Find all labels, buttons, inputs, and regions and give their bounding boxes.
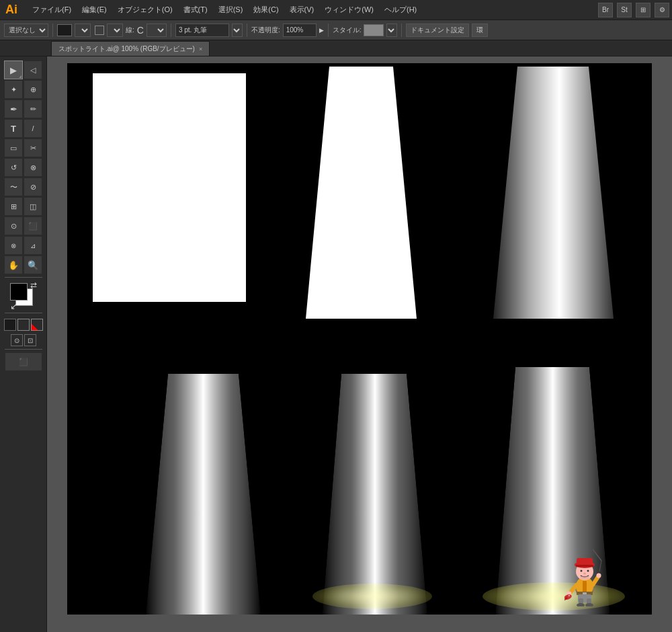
opacity-input[interactable] bbox=[283, 24, 317, 37]
stock-icon[interactable]: St bbox=[617, 3, 632, 17]
tab-close-button[interactable]: × bbox=[199, 46, 202, 52]
tool-row-2: ✦ ⊕ bbox=[4, 80, 42, 99]
canvas-area[interactable] bbox=[47, 56, 672, 632]
color-area: ↙ ⇄ bbox=[5, 283, 42, 310]
shape-builder[interactable]: ⊞ bbox=[4, 197, 23, 216]
tool-row-artboard: ⬛ bbox=[5, 352, 42, 371]
lasso-tool[interactable]: ⊕ bbox=[24, 80, 42, 99]
fill-color-swatch[interactable] bbox=[57, 24, 72, 36]
search-icon[interactable]: ⚙ bbox=[655, 3, 669, 17]
color-mode-row bbox=[4, 319, 43, 331]
svg-rect-12 bbox=[583, 581, 587, 593]
menu-file[interactable]: ファイル(F) bbox=[27, 2, 77, 17]
width-tool[interactable]: ⊘ bbox=[24, 177, 42, 196]
warp-tool[interactable]: 〜 bbox=[4, 177, 23, 196]
svg-point-25 bbox=[587, 570, 589, 572]
zoom-tool[interactable]: 🔍 bbox=[24, 255, 42, 274]
selection-dropdown[interactable]: 選択なし bbox=[4, 24, 48, 37]
menu-edit[interactable]: 編集(E) bbox=[77, 2, 112, 17]
bridge-icon[interactable]: Br bbox=[598, 3, 613, 17]
toolbar-divider-2 bbox=[171, 24, 171, 37]
svg-line-34 bbox=[593, 577, 598, 585]
scale-tool[interactable]: ⊗ bbox=[24, 158, 42, 177]
stroke-type-select[interactable] bbox=[146, 24, 167, 37]
pen-add-tool[interactable]: ✏ bbox=[24, 100, 42, 118]
tool-divider-2 bbox=[5, 313, 42, 313]
rotate-tool[interactable]: ↺ bbox=[4, 158, 23, 177]
magic-wand-tool[interactable]: ✦ bbox=[4, 80, 23, 99]
svg-point-24 bbox=[581, 570, 583, 572]
tool-divider-1 bbox=[5, 277, 42, 278]
direct-select-tool[interactable]: ◁ bbox=[24, 61, 42, 79]
style-swatch[interactable] bbox=[364, 24, 384, 36]
color-mode-swatch-3[interactable] bbox=[31, 319, 43, 331]
tool-row-4: T / bbox=[4, 119, 42, 138]
pen-tool[interactable]: ✒ bbox=[4, 100, 23, 118]
document-tab[interactable]: スポットライト.ai@ 100% (RGB/プレビュー) × bbox=[51, 41, 210, 56]
stroke-dropdown[interactable] bbox=[107, 24, 123, 37]
stroke-label: 線: bbox=[126, 26, 134, 35]
svg-point-33 bbox=[569, 596, 570, 596]
menu-select[interactable]: 選択(S) bbox=[213, 2, 249, 17]
foreground-color-swatch[interactable] bbox=[10, 283, 28, 301]
tool-row-1: ▶ ◁ bbox=[4, 61, 42, 79]
fisherman-svg bbox=[564, 546, 608, 606]
line-tool[interactable]: / bbox=[24, 119, 42, 138]
main-area: ▶ ◁ ✦ ⊕ ✒ ✏ T / ▭ ✂ ↺ ⊗ 〜 ⊘ ⊞ ◫ bbox=[0, 56, 672, 632]
spotlight-4-beam bbox=[128, 374, 279, 615]
svg-marker-3 bbox=[144, 374, 262, 615]
tool-row-5: ▭ ✂ bbox=[4, 139, 42, 157]
left-toolbar: ▶ ◁ ✦ ⊕ ✒ ✏ T / ▭ ✂ ↺ ⊗ 〜 ⊘ ⊞ ◫ bbox=[0, 56, 47, 632]
swap-colors-icon[interactable]: ⇄ bbox=[30, 280, 37, 290]
menu-effect[interactable]: 効果(C) bbox=[248, 2, 284, 17]
menu-type[interactable]: 書式(T) bbox=[178, 2, 213, 17]
artboard-tool[interactable]: ⬛ bbox=[5, 352, 42, 371]
menu-window[interactable]: ウィンドウ(W) bbox=[319, 2, 379, 17]
tool-row-8: ⊞ ◫ bbox=[4, 197, 42, 216]
reset-colors-icon[interactable]: ↙ bbox=[10, 301, 37, 311]
tab-title: スポットライト.ai@ 100% (RGB/プレビュー) bbox=[58, 44, 195, 54]
style-label: スタイル: bbox=[333, 26, 362, 35]
hand-tool[interactable]: ✋ bbox=[4, 255, 23, 274]
opacity-arrow[interactable]: ▶ bbox=[319, 27, 324, 34]
stroke-width-select[interactable] bbox=[232, 24, 243, 37]
svg-point-26 bbox=[583, 573, 586, 575]
stroke-width-input[interactable] bbox=[175, 24, 229, 37]
menu-help[interactable]: ヘルプ(H) bbox=[379, 2, 422, 17]
svg-marker-1 bbox=[493, 67, 614, 319]
fill-dropdown[interactable] bbox=[75, 24, 91, 37]
chart-tool[interactable]: ⊿ bbox=[24, 236, 42, 255]
grid-icon[interactable]: ⊞ bbox=[636, 3, 650, 17]
gradient-tool[interactable]: ⬛ bbox=[24, 216, 42, 235]
color-mode-swatch-2[interactable] bbox=[17, 319, 30, 331]
svg-line-9 bbox=[599, 561, 601, 571]
blend-tool[interactable]: ⊗ bbox=[4, 236, 23, 255]
svg-point-27 bbox=[580, 576, 589, 580]
view-mode-row: ⊙ ⊡ bbox=[11, 334, 36, 346]
select-tool[interactable]: ▶ bbox=[4, 61, 23, 79]
tool-divider-3 bbox=[5, 349, 42, 350]
menu-bar: Ai ファイル(F) 編集(E) オブジェクト(O) 書式(T) 選択(S) 効… bbox=[0, 0, 672, 20]
toolbar-divider-1 bbox=[52, 24, 53, 37]
view-icon-2[interactable]: ⊡ bbox=[24, 334, 36, 346]
artboard bbox=[67, 63, 652, 615]
type-tool[interactable]: T bbox=[4, 119, 23, 138]
menu-object[interactable]: オブジェクト(O) bbox=[112, 2, 178, 17]
style-select[interactable] bbox=[386, 24, 397, 37]
paintbrush-tool[interactable]: ✂ bbox=[24, 139, 42, 157]
doc-settings-button[interactable]: ドキュメント設定 bbox=[406, 24, 469, 37]
env-button[interactable]: 環 bbox=[472, 24, 488, 37]
perspective-tool[interactable]: ◫ bbox=[24, 197, 42, 216]
view-icon[interactable]: ⊙ bbox=[11, 334, 23, 346]
tool-row-3: ✒ ✏ bbox=[4, 100, 42, 118]
spotlight-1-white-rect bbox=[93, 73, 246, 302]
tab-bar: スポットライト.ai@ 100% (RGB/プレビュー) × bbox=[0, 40, 672, 56]
mesh-tool[interactable]: ⊙ bbox=[4, 216, 23, 235]
stroke-swatch[interactable] bbox=[95, 26, 104, 35]
rectangle-tool[interactable]: ▭ bbox=[4, 139, 23, 157]
color-mode-swatch-1[interactable] bbox=[4, 319, 16, 331]
svg-line-8 bbox=[593, 549, 601, 561]
menu-view[interactable]: 表示(V) bbox=[284, 2, 320, 17]
toolbar-divider-5 bbox=[401, 24, 402, 37]
tool-row-9: ⊙ ⬛ bbox=[4, 216, 42, 235]
